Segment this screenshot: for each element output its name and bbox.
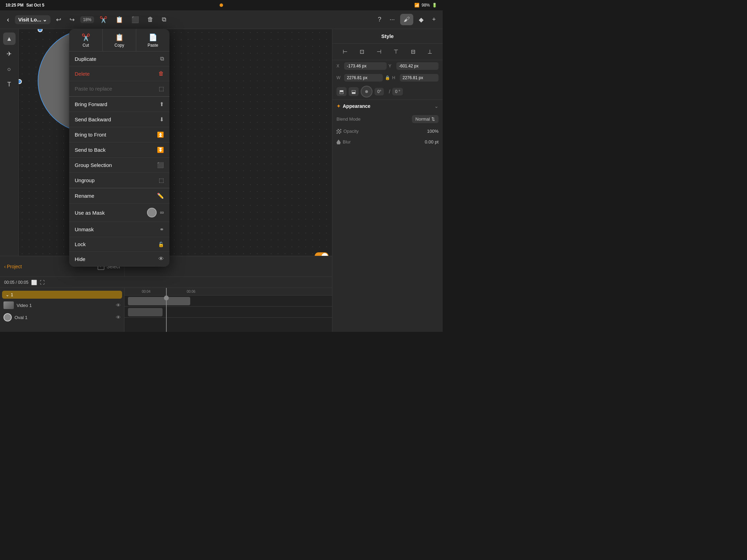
flip-h-button[interactable]: ⬒ <box>336 87 347 96</box>
align-right-button[interactable]: ⊣ <box>375 47 383 56</box>
hide-menu-item[interactable]: Hide 👁 <box>69 252 169 267</box>
blend-mode-select[interactable]: Normal ⇅ <box>412 115 439 123</box>
rotate-control[interactable] <box>361 86 372 97</box>
bring-front-icon: ⏫ <box>157 131 164 138</box>
rotate-dot <box>365 90 368 93</box>
xy-row: X -173.46 px Y -601.42 px <box>332 60 443 72</box>
context-top-row: ✂️ Cut 📋 Copy 📄 Paste <box>69 29 169 52</box>
canvas-area[interactable] <box>19 29 332 256</box>
w-value[interactable]: 2276.81 px <box>344 74 383 82</box>
mirror-button[interactable]: ⬛ <box>129 14 142 26</box>
context-menu: ✂️ Cut 📋 Copy 📄 Paste Duplicate ⧉ Delete… <box>69 29 169 267</box>
paste-icon: 📄 <box>149 33 157 41</box>
blur-value[interactable]: 0.00 pt <box>425 139 439 144</box>
chevron-down-icon: ⌄ <box>43 17 47 23</box>
h-value[interactable]: 2276.81 px <box>400 74 439 82</box>
skew-value[interactable]: 0 ° <box>392 88 403 95</box>
track-block-video[interactable] <box>128 297 190 305</box>
help-button[interactable]: ? <box>375 14 384 25</box>
appearance-section-header[interactable]: ✦ Appearance ⌄ <box>332 100 443 112</box>
duplicate-toolbar-button[interactable]: ⧉ <box>159 14 169 25</box>
timeline-expand-button[interactable]: ⬜ <box>31 280 37 285</box>
lock-ratio-icon[interactable]: 🔒 <box>385 75 390 80</box>
blend-mode-value: Normal <box>415 116 430 122</box>
recording-dot <box>220 3 223 7</box>
use-as-mask-menu-item[interactable]: Use as Mask ∞ <box>69 204 169 222</box>
selection-handle-ml[interactable] <box>19 79 22 84</box>
shape-tool-button[interactable]: ○ <box>3 63 16 75</box>
blur-label-group: Blur <box>336 139 351 144</box>
project-back-button[interactable]: ‹ Project <box>4 264 22 269</box>
text-tool-button[interactable]: T <box>3 78 16 91</box>
undo-button[interactable]: ↩ <box>53 14 64 26</box>
unmask-menu-item[interactable]: Unmask ⚭ <box>69 222 169 237</box>
lock-icon: 🔓 <box>158 242 164 247</box>
layer-oval-1[interactable]: Oval 1 👁 <box>0 311 124 324</box>
send-backward-menu-item[interactable]: Send Backward ⬇ <box>69 112 169 127</box>
blur-row: Blur 0.00 pt <box>332 137 443 147</box>
blend-mode-chevron: ⇅ <box>431 116 435 122</box>
opacity-value[interactable]: 100% <box>427 129 439 134</box>
delete-menu-item[interactable]: Delete 🗑 <box>69 66 169 81</box>
select-tool-button[interactable]: ▲ <box>3 32 16 45</box>
back-button[interactable]: ‹ <box>4 13 12 26</box>
style-panel-button[interactable]: 🖌 <box>400 14 413 25</box>
delete-toolbar-button[interactable]: 🗑 <box>145 14 156 25</box>
timeline-fullscreen-button[interactable]: ⛶ <box>40 280 45 285</box>
skew-icon: / <box>389 89 390 94</box>
x-value[interactable]: -173.46 px <box>344 62 387 70</box>
status-right: 📶 98% 🔋 <box>414 3 437 8</box>
more-button[interactable]: ··· <box>387 14 397 25</box>
project-title[interactable]: Visit Lo... ⌄ <box>15 15 50 24</box>
oval-visibility-icon[interactable]: 👁 <box>116 315 121 320</box>
rename-menu-item[interactable]: Rename ✏️ <box>69 188 169 204</box>
video-visibility-icon[interactable]: 👁 <box>116 302 121 308</box>
ungroup-icon: ⬚ <box>159 177 164 184</box>
selection-handle-tl[interactable] <box>38 29 43 32</box>
redo-button[interactable]: ↪ <box>67 14 77 26</box>
align-row: ⊢ ⊡ ⊣ ⊤ ⊟ ⊥ <box>332 44 443 60</box>
align-bottom-button[interactable]: ⊥ <box>426 47 434 56</box>
flip-v-button[interactable]: ⬓ <box>349 87 359 96</box>
align-left-button[interactable]: ⊢ <box>341 47 349 56</box>
send-back-menu-item[interactable]: Send to Back ⏬ <box>69 142 169 158</box>
copy-toolbar-button[interactable]: 📋 <box>113 14 126 26</box>
copy-menu-item[interactable]: 📋 Copy <box>103 29 136 51</box>
group-selection-menu-item[interactable]: Group Selection ⬛ <box>69 158 169 173</box>
track-block-oval[interactable] <box>128 308 163 316</box>
align-center-h-button[interactable]: ⊡ <box>358 47 366 56</box>
oval-thumb <box>3 313 12 321</box>
delete-label: Delete <box>75 71 90 77</box>
cut-menu-item[interactable]: ✂️ Cut <box>69 29 103 51</box>
paste-replace-menu-item[interactable]: Paste to replace ⬚ <box>69 81 169 96</box>
align-top-button[interactable]: ⊤ <box>392 47 400 56</box>
y-label: Y <box>389 64 394 68</box>
ungroup-menu-item[interactable]: Ungroup ⬚ <box>69 173 169 188</box>
hide-label: Hide <box>75 256 85 262</box>
timeline-header: 00:05 / 00:05 ⬜ ⛶ <box>0 277 332 288</box>
layer-group-1[interactable]: ⌄ 1 <box>2 291 122 299</box>
layer-video-1[interactable]: Video 1 👁 <box>0 299 124 311</box>
duplicate-label: Duplicate <box>75 56 96 62</box>
ruler-mark-06: 00:06 <box>187 290 195 293</box>
add-button[interactable]: + <box>429 14 439 25</box>
fill-button[interactable]: ◆ <box>416 14 426 26</box>
duplicate-menu-item[interactable]: Duplicate ⧉ <box>69 52 169 66</box>
y-value[interactable]: -601.42 px <box>396 62 439 70</box>
playhead[interactable] <box>166 288 167 332</box>
appearance-expand-icon: ⌄ <box>434 103 439 109</box>
bring-forward-menu-item[interactable]: Bring Forward ⬆ <box>69 97 169 112</box>
cut-toolbar-button[interactable]: ✂️ <box>97 14 110 26</box>
timeline-ruler: 00:04 00:06 <box>124 288 332 296</box>
rotate-value[interactable]: 0° <box>375 88 384 95</box>
paste-menu-item[interactable]: 📄 Paste <box>136 29 169 51</box>
zoom-badge[interactable]: 18% <box>80 16 94 23</box>
lock-menu-item[interactable]: Lock 🔓 <box>69 237 169 252</box>
timeline: 00:05 / 00:05 ⬜ ⛶ ⌄ 1 Video 1 👁 Oval 1 👁 <box>0 277 332 332</box>
blur-drop-icon <box>336 140 341 144</box>
align-middle-v-button[interactable]: ⊟ <box>409 47 417 56</box>
send-back-label: Send to Back <box>75 147 105 153</box>
pen-tool-button[interactable]: ✈ <box>3 48 16 60</box>
bring-front-menu-item[interactable]: Bring to Front ⏫ <box>69 127 169 142</box>
playhead-handle[interactable] <box>164 296 169 300</box>
